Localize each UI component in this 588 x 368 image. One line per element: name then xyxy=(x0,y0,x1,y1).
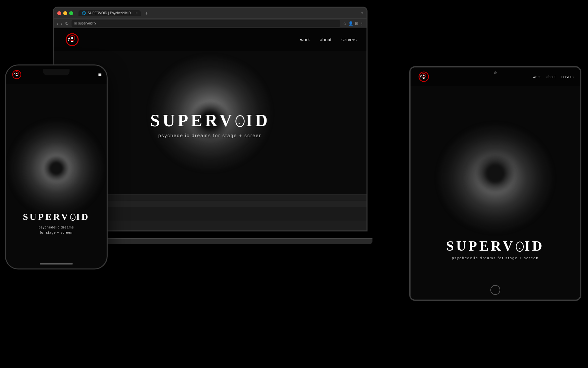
url-text[interactable]: supervoid.tv xyxy=(78,21,96,25)
tablet-home-button[interactable] xyxy=(490,285,500,295)
phone-device: ≡ SUPERV ID psychedelic dreams for stage… xyxy=(5,64,108,269)
svg-point-2 xyxy=(71,37,73,39)
back-btn[interactable]: ‹ xyxy=(57,21,58,26)
nav-about[interactable]: about xyxy=(320,37,331,42)
tab-title[interactable]: SUPERVOID | Psychedelic D... xyxy=(88,11,134,15)
tab-close-btn[interactable]: × xyxy=(136,11,138,15)
svg-point-10 xyxy=(423,74,425,76)
svg-point-3 xyxy=(236,116,244,127)
tablet-camera xyxy=(494,71,497,74)
reload-btn[interactable]: ↻ xyxy=(65,21,69,26)
hero-subtitle-laptop: psychedelic dreams for stage + screen xyxy=(150,133,270,138)
tablet-hero-subtitle: psychedelic dreams for stage + screen xyxy=(414,256,577,260)
tablet-device: work about servers SUPERV ID psychedelic… xyxy=(409,66,581,301)
tablet-hero-title: SUPERV ID xyxy=(414,238,577,254)
hero-content-laptop: SUPERV ID psychedelic dreams for stage +… xyxy=(150,111,270,138)
menu-icon[interactable]: ⋮ xyxy=(360,21,364,26)
new-tab-btn[interactable]: + xyxy=(145,10,148,16)
phone-home-indicator xyxy=(40,263,73,265)
window-menu-icon[interactable]: ▾ xyxy=(361,11,363,15)
smoke-inner-phone xyxy=(43,155,70,182)
minimize-dot[interactable] xyxy=(63,11,67,15)
bookmark-icon[interactable]: ☆ xyxy=(343,21,347,26)
phone-hero-title: SUPERV ID xyxy=(9,212,103,223)
site-navbar: work about servers xyxy=(54,28,367,51)
hero-title-laptop: SUPERV ID xyxy=(150,111,270,130)
nav-links: work about servers xyxy=(300,37,357,42)
tablet-nav-about[interactable]: about xyxy=(546,75,556,79)
forward-btn[interactable]: › xyxy=(61,21,63,26)
titlebar: 🌐 SUPERVOID | Psychedelic D... × + ▾ xyxy=(54,8,367,19)
tablet-hero: SUPERV ID psychedelic dreams for stage +… xyxy=(411,238,580,260)
phone-website: ≡ SUPERV ID psychedelic dreams for stage… xyxy=(6,65,107,268)
svg-point-11 xyxy=(516,242,523,252)
void-o-icon-laptop xyxy=(235,114,245,128)
site-logo[interactable] xyxy=(64,31,80,48)
maximize-dot[interactable] xyxy=(69,11,73,15)
smoke-inner-tablet xyxy=(475,153,515,193)
phone-notch xyxy=(43,69,70,75)
tablet-nav-servers[interactable]: servers xyxy=(562,75,573,79)
close-dot[interactable] xyxy=(57,11,61,15)
svg-point-6 xyxy=(16,73,17,74)
tablet-website: work about servers SUPERV ID psychedelic… xyxy=(411,67,580,300)
grid-icon: ⊞ xyxy=(74,21,77,25)
phone-hero-subtitle: psychedelic dreams for stage + screen xyxy=(9,225,103,235)
nav-servers[interactable]: servers xyxy=(341,37,357,42)
toolbar-icons: ☆ 👤 ⊞ ⋮ xyxy=(343,21,364,26)
address-bar-row: ‹ › ↻ ⊞ supervoid.tv ☆ 👤 ⊞ ⋮ xyxy=(54,19,367,28)
nav-work[interactable]: work xyxy=(300,37,310,42)
tab-favicon: 🌐 xyxy=(82,11,86,15)
void-o-icon-phone xyxy=(70,212,76,222)
tablet-nav-links: work about servers xyxy=(533,75,573,79)
extensions-icon[interactable]: ⊞ xyxy=(355,21,358,26)
phone-logo[interactable] xyxy=(11,69,23,80)
void-o-icon-tablet xyxy=(515,240,524,253)
tablet-navbar: work about servers xyxy=(411,67,580,86)
address-box[interactable]: ⊞ supervoid.tv xyxy=(72,20,340,27)
hamburger-icon[interactable]: ≡ xyxy=(98,71,102,78)
svg-point-7 xyxy=(70,214,75,221)
phone-hero: SUPERV ID psychedelic dreams for stage +… xyxy=(6,212,107,235)
tablet-logo[interactable] xyxy=(417,70,430,83)
tablet-nav-work[interactable]: work xyxy=(533,75,540,79)
phone-body: ≡ SUPERV ID psychedelic dreams for stage… xyxy=(5,64,108,269)
profile-icon[interactable]: 👤 xyxy=(348,21,353,26)
tablet-body: work about servers SUPERV ID psychedelic… xyxy=(409,66,581,301)
